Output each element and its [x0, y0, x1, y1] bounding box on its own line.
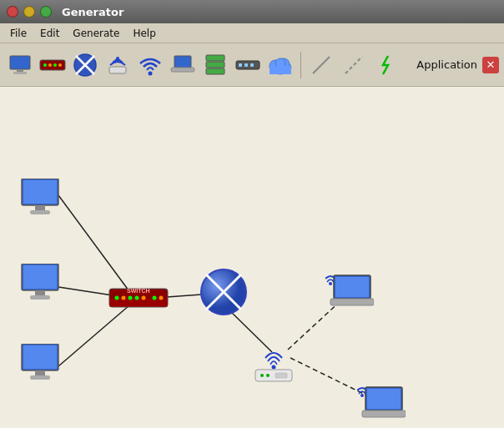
svg-line-32	[58, 305, 129, 366]
toolbar-hub-icon[interactable]	[233, 48, 263, 82]
toolbar-computer-icon[interactable]	[5, 48, 35, 82]
svg-rect-20	[239, 63, 242, 67]
svg-point-65	[266, 374, 270, 377]
toolbar-cloud-icon[interactable]	[265, 48, 295, 82]
menu-edit[interactable]: Edit	[33, 26, 66, 41]
pc3-node[interactable]	[18, 344, 62, 384]
svg-rect-70	[330, 299, 374, 305]
svg-point-71	[360, 394, 364, 397]
menubar: File Edit Generate Help	[0, 23, 504, 43]
titlebar: Generator	[0, 0, 504, 23]
svg-point-54	[135, 296, 139, 300]
svg-rect-16	[206, 55, 224, 61]
close-button[interactable]	[7, 6, 18, 18]
application-close-button[interactable]: ✕	[482, 57, 499, 73]
pc2-node[interactable]	[18, 264, 62, 304]
svg-point-67	[329, 282, 332, 285]
svg-rect-18	[206, 68, 224, 74]
ap-node[interactable]	[250, 341, 297, 385]
svg-point-64	[260, 374, 264, 377]
pc1-node[interactable]	[18, 179, 62, 219]
toolbar-wireless-icon[interactable]	[103, 48, 133, 82]
svg-point-56	[153, 296, 157, 300]
toolbar-lightning-tool[interactable]	[371, 48, 401, 82]
laptop2-node[interactable]	[357, 384, 406, 422]
toolbar-router-icon[interactable]	[70, 48, 100, 82]
svg-rect-47	[35, 370, 45, 375]
svg-rect-2	[13, 72, 27, 74]
svg-line-30	[58, 195, 134, 297]
svg-rect-50	[109, 299, 168, 307]
svg-rect-73	[367, 389, 401, 409]
svg-rect-46	[23, 345, 57, 369]
toolbar-wifi-icon[interactable]	[135, 48, 165, 82]
svg-point-4	[43, 63, 47, 67]
svg-point-13	[149, 71, 153, 75]
svg-point-7	[58, 63, 62, 67]
app-label-area: Application ✕	[416, 57, 499, 73]
svg-point-52	[122, 296, 126, 300]
switch-node[interactable]: SWITCH	[108, 284, 169, 312]
router-node[interactable]	[199, 267, 249, 317]
menu-help[interactable]: Help	[126, 26, 162, 41]
toolbar-separator-1	[300, 52, 301, 78]
svg-rect-0	[10, 56, 30, 69]
svg-text:SWITCH: SWITCH	[127, 288, 150, 294]
svg-rect-74	[362, 410, 406, 417]
svg-rect-17	[206, 62, 224, 68]
toolbar-server-icon[interactable]	[200, 48, 230, 82]
canvas-area[interactable]: SWITCH	[0, 87, 504, 428]
svg-rect-44	[30, 295, 50, 300]
svg-rect-21	[244, 63, 248, 67]
svg-point-51	[115, 296, 119, 300]
toolbar-laptop-icon[interactable]	[168, 48, 198, 82]
svg-rect-22	[250, 63, 254, 67]
svg-point-55	[142, 296, 146, 300]
toolbar-line-tool[interactable]	[306, 48, 336, 82]
toolbar-switch-icon[interactable]	[38, 48, 68, 82]
svg-rect-14	[174, 56, 191, 68]
toolbar-dashed-tool[interactable]	[339, 48, 369, 82]
application-label: Application	[416, 58, 477, 71]
maximize-button[interactable]	[40, 6, 52, 18]
toolbar: Application ✕	[0, 43, 504, 87]
menu-file[interactable]: File	[3, 26, 33, 41]
svg-rect-15	[171, 68, 194, 72]
svg-line-28	[313, 57, 330, 73]
svg-point-62	[272, 365, 276, 370]
svg-rect-27	[270, 66, 291, 74]
svg-point-12	[116, 57, 119, 60]
svg-point-57	[159, 296, 164, 300]
laptop1-node[interactable]	[325, 272, 374, 310]
svg-rect-1	[17, 69, 23, 72]
svg-point-53	[129, 296, 133, 300]
svg-rect-40	[30, 210, 50, 214]
svg-point-5	[48, 63, 52, 67]
svg-rect-39	[35, 205, 45, 210]
menu-generate[interactable]: Generate	[66, 26, 126, 41]
svg-rect-11	[109, 67, 126, 73]
svg-rect-66	[275, 373, 287, 378]
svg-point-6	[53, 63, 57, 67]
svg-rect-38	[23, 180, 57, 204]
minimize-button[interactable]	[23, 6, 35, 18]
svg-rect-48	[30, 375, 50, 380]
svg-rect-43	[35, 290, 45, 295]
svg-rect-42	[23, 265, 57, 289]
svg-line-29	[345, 57, 362, 73]
svg-rect-69	[335, 277, 369, 297]
window-title: Generator	[62, 6, 123, 18]
